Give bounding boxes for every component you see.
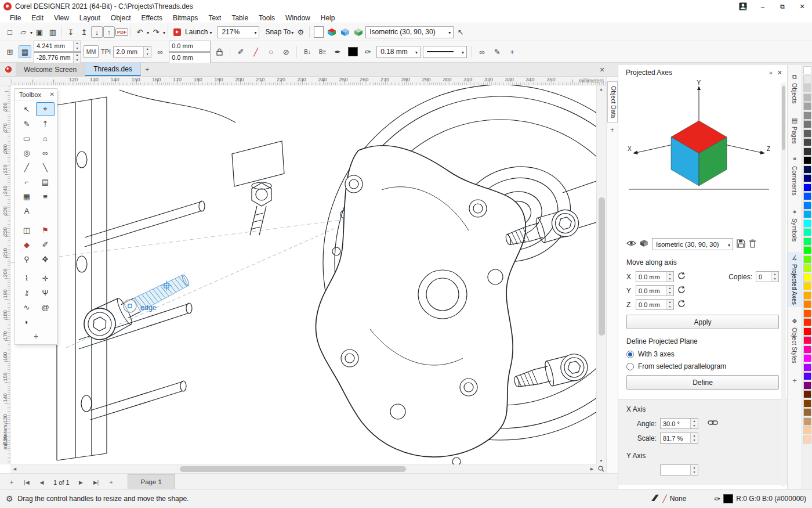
move-x-spinner[interactable] [666, 272, 673, 282]
page-frame-icon[interactable] [314, 26, 324, 38]
palette-swatch[interactable] [803, 345, 811, 354]
save-icon[interactable]: ▣ [33, 26, 46, 38]
palette-swatch[interactable] [803, 201, 811, 210]
palette-swatch[interactable] [803, 336, 811, 344]
equation-tool[interactable]: Ψ [36, 286, 55, 300]
menu-table[interactable]: Table [226, 14, 253, 22]
add-property-icon[interactable]: + [506, 45, 519, 58]
menu-layout[interactable]: Layout [74, 14, 106, 22]
palette-swatch[interactable] [803, 381, 811, 390]
palette-swatch[interactable] [803, 84, 811, 92]
add-page-button[interactable]: + [5, 476, 19, 489]
menu-edit[interactable]: Edit [26, 14, 49, 22]
palette-swatch[interactable] [803, 417, 811, 426]
cube-view-color-icon[interactable] [325, 26, 338, 38]
palette-swatch[interactable] [803, 390, 811, 398]
outline-color-swatch[interactable] [348, 47, 358, 56]
rail-add-docker-button[interactable]: + [792, 376, 797, 385]
palette-swatch[interactable] [803, 363, 811, 372]
status-gear-icon[interactable]: ⚙ [6, 494, 13, 503]
move-z-field[interactable]: 0.0 mm [636, 299, 674, 310]
pick-tool[interactable]: ↖ [17, 102, 36, 116]
menu-tools[interactable]: Tools [253, 14, 280, 22]
pan-tool[interactable]: ✥ [36, 252, 55, 266]
palette-swatch[interactable] [803, 282, 811, 290]
close-button[interactable]: ✕ [792, 0, 812, 13]
ruler-origin[interactable] [0, 77, 10, 85]
page-1-tab[interactable]: Page 1 [128, 474, 175, 489]
open-icon[interactable]: ▱ [17, 26, 30, 38]
text-tool[interactable]: A [17, 204, 36, 218]
reset-z-icon[interactable] [677, 300, 686, 309]
menu-text[interactable]: Text [203, 14, 226, 22]
cube-view-green-icon[interactable] [352, 26, 365, 38]
reset-y-icon[interactable] [677, 286, 686, 296]
palette-swatch[interactable] [803, 93, 811, 102]
launch-label[interactable]: Launch [184, 28, 209, 36]
x-angle-spinner[interactable] [690, 419, 698, 428]
scroll-right-icon[interactable]: ▶ [588, 465, 596, 473]
scroll-left-icon[interactable]: ◀ [10, 465, 19, 473]
scroll-down-icon[interactable]: ▼ [597, 457, 606, 464]
docker-close-icon[interactable]: ✕ [777, 69, 782, 77]
with-3-axes-radio[interactable] [626, 351, 634, 358]
palette-swatch[interactable] [803, 246, 811, 254]
from-parallelogram-option[interactable]: From selected parallelogram [626, 362, 779, 370]
menu-bitmaps[interactable]: Bitmaps [168, 14, 203, 22]
pointer-wand-icon[interactable]: ↖ [454, 26, 467, 38]
add-page-after-button[interactable]: + [104, 476, 118, 489]
vertical-scroll-thumb[interactable] [599, 197, 605, 336]
transform-tool[interactable]: ✛ [36, 271, 55, 285]
previous-page-icon[interactable]: ◀ [35, 476, 49, 489]
palette-swatch[interactable] [803, 192, 811, 200]
baseline-down-icon[interactable]: B↓ [301, 45, 314, 58]
palette-swatch[interactable] [803, 156, 811, 164]
y-angle-field[interactable] [660, 464, 698, 475]
link-dimensions-icon[interactable]: ∞ [154, 45, 166, 58]
outline-slash-icon[interactable]: ╱ [249, 45, 262, 58]
palette-swatch[interactable] [803, 264, 811, 272]
menu-object[interactable]: Object [106, 14, 136, 22]
horizontal-scroll-thumb[interactable] [180, 466, 406, 472]
snap-to-caret-icon[interactable] [291, 28, 293, 36]
rail-tab-pages[interactable]: ▤Pages [788, 114, 802, 146]
new-tab-button[interactable]: + [141, 63, 154, 76]
line-style-combo[interactable] [423, 46, 467, 58]
palette-swatch[interactable] [803, 300, 811, 308]
circle-tool[interactable]: ◎ [17, 146, 36, 160]
restore-button[interactable]: ⧉ [773, 0, 792, 13]
flowchart-tool[interactable]: ≡ [36, 189, 55, 203]
x-angle-field[interactable]: 30.0 ° [660, 418, 698, 429]
callout-tool[interactable]: ⚑ [36, 223, 55, 237]
palette-swatch[interactable] [803, 435, 811, 444]
palette-swatch[interactable] [803, 75, 811, 84]
ellipse-3point-tool[interactable]: ∞ [36, 146, 55, 160]
import-document-icon[interactable]: ↧ [64, 26, 77, 38]
object-data-tab[interactable]: Object Data [607, 81, 618, 123]
polygon-tool[interactable]: ⌂ [36, 131, 55, 145]
palette-swatch[interactable] [803, 183, 811, 192]
bezier-tool[interactable]: ╲ [36, 160, 55, 174]
delete-preset-icon[interactable] [749, 239, 756, 250]
y-angle-spinner[interactable] [690, 465, 698, 475]
publish-pdf-icon[interactable]: PDF [115, 28, 128, 36]
scroll-up-icon[interactable]: ▲ [597, 85, 606, 93]
rail-tab-symbols[interactable]: ✶Symbols [788, 206, 802, 244]
rail-tab-objects[interactable]: ⧉Objects [788, 71, 802, 106]
rectangle-tool[interactable]: ▭ [17, 131, 36, 145]
horizontal-scrollbar[interactable]: ◀ ▶ [10, 464, 596, 473]
position-x-field[interactable]: 4.241 mm [34, 41, 81, 52]
redo-icon[interactable]: ↷ [150, 26, 162, 38]
curve-tool[interactable]: ✎ [17, 117, 36, 131]
palette-swatch[interactable] [803, 120, 811, 128]
palette-swatch[interactable] [803, 102, 811, 110]
move-y-field[interactable]: 0.0 mm [636, 285, 674, 296]
outline-pen-icon[interactable]: ✒ [331, 45, 344, 58]
zoom-level-combo[interactable]: 217% [217, 26, 259, 38]
x-scale-field[interactable]: 81.7 % [660, 433, 698, 444]
reset-x-icon[interactable] [677, 272, 686, 282]
palette-swatch[interactable] [803, 399, 811, 408]
grid-snap-icon[interactable]: ▦ [19, 45, 31, 58]
rail-tab-object-styles[interactable]: ❖Object Styles [788, 315, 802, 366]
outline-width-combo[interactable]: 0.18 mm [376, 46, 420, 58]
